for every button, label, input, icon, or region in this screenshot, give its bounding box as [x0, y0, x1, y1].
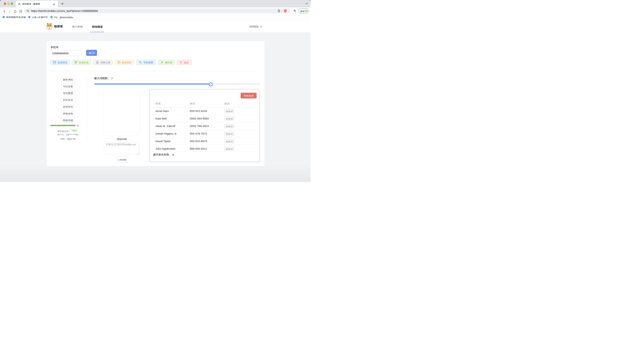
svg-text:Tm: Tm [28, 16, 30, 18]
svg-text:Tm: Tm [2, 16, 4, 18]
svg-text:Tm: Tm [51, 16, 52, 18]
